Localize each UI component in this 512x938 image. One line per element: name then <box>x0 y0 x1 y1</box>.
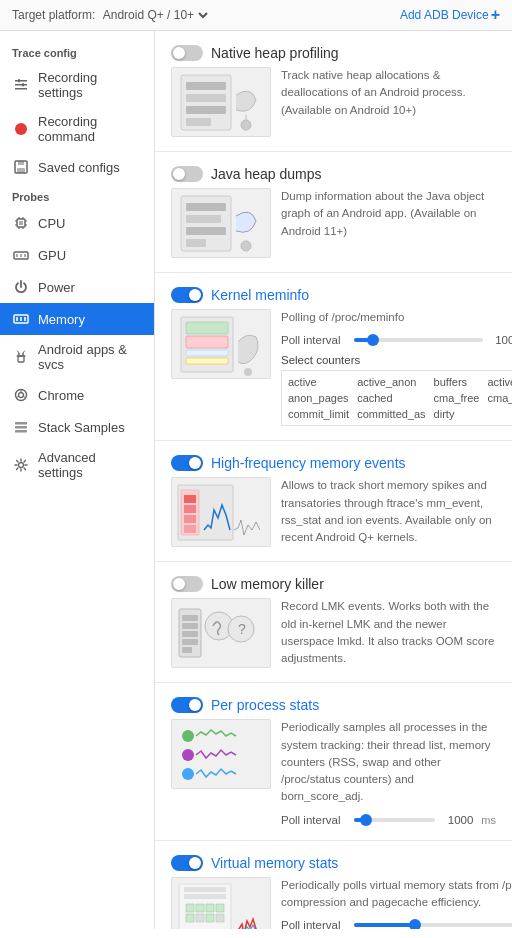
svg-rect-0 <box>15 80 27 82</box>
svg-rect-8 <box>17 168 25 173</box>
counter-active-file[interactable]: active_file <box>485 375 512 389</box>
cpu-label: CPU <box>38 216 65 231</box>
low-memory-desc: Record LMK events. Works both with the o… <box>281 598 496 667</box>
counter-dirty[interactable]: dirty <box>432 407 482 421</box>
counter-committed-as[interactable]: committed_as <box>355 407 427 421</box>
virtual-memory-toggle[interactable] <box>171 855 203 871</box>
java-heap-toggle[interactable] <box>171 166 203 182</box>
svg-rect-46 <box>186 203 226 211</box>
sidebar-item-memory[interactable]: Memory <box>0 303 154 335</box>
trace-config-label: Trace config <box>0 39 154 63</box>
native-heap-title: Native heap profiling <box>211 45 339 61</box>
counters-label-meminfo: Select counters <box>281 354 512 366</box>
poll-label-vmem: Poll interval <box>281 919 346 929</box>
svg-rect-62 <box>184 525 196 533</box>
svg-rect-80 <box>206 904 214 912</box>
svg-rect-25 <box>20 317 22 321</box>
probe-virtual-memory-header: Virtual memory stats <box>171 855 496 871</box>
counter-cached[interactable]: cached <box>355 391 427 405</box>
low-memory-toggle[interactable] <box>171 576 203 592</box>
probes-label: Probes <box>0 183 154 207</box>
svg-rect-3 <box>18 79 20 83</box>
sidebar-item-advanced-settings[interactable]: Advanced settings <box>0 443 154 487</box>
hi-freq-title: High-frequency memory events <box>211 455 406 471</box>
java-heap-desc: Dump information about the Java object g… <box>281 188 496 240</box>
counter-buffers[interactable]: buffers <box>432 375 482 389</box>
counter-cma-free[interactable]: cma_free <box>432 391 482 405</box>
stack-icon <box>12 418 30 436</box>
svg-rect-84 <box>206 914 214 922</box>
native-heap-desc: Track native heap allocations & dealloca… <box>281 67 496 119</box>
probe-per-process-header: Per process stats <box>171 697 496 713</box>
native-heap-image <box>171 67 271 137</box>
platform-select[interactable]: Android Q+ / 10+ Android P / 9 <box>99 7 211 23</box>
kernel-meminfo-title: Kernel meminfo <box>211 287 309 303</box>
counter-anon-pages[interactable]: anon_pages <box>286 391 351 405</box>
probe-low-memory: Low memory killer ? <box>155 562 512 683</box>
record-icon <box>12 120 30 138</box>
svg-rect-24 <box>16 317 18 321</box>
poll-row-per-process: Poll interval 1000 ms <box>281 814 496 826</box>
svg-rect-4 <box>22 83 24 87</box>
add-adb-button[interactable]: Add ADB Device + <box>400 6 500 24</box>
per-process-toggle[interactable] <box>171 697 203 713</box>
svg-rect-41 <box>186 106 226 114</box>
svg-point-30 <box>19 393 24 398</box>
poll-slider-per-process[interactable] <box>354 818 435 822</box>
probe-kernel-meminfo-header: Kernel meminfo <box>171 287 496 303</box>
svg-rect-39 <box>186 82 226 90</box>
svg-rect-55 <box>186 358 228 364</box>
svg-rect-83 <box>196 914 204 922</box>
probe-hi-freq-body: Allows to track short memory spikes and … <box>171 477 496 547</box>
power-label: Power <box>38 280 75 295</box>
sidebar-item-chrome[interactable]: Chrome <box>0 379 154 411</box>
gear-icon <box>12 456 30 474</box>
svg-rect-54 <box>186 350 228 356</box>
svg-rect-49 <box>186 239 206 247</box>
sidebar-item-recording-settings[interactable]: Recording settings <box>0 63 154 107</box>
probe-native-heap: Native heap profiling Track native <box>155 31 512 152</box>
virtual-memory-right: Periodically polls virtual memory stats … <box>281 877 512 930</box>
main-content: Native heap profiling Track native <box>155 31 512 929</box>
recording-command-label: Recording command <box>38 114 142 144</box>
sidebar-item-cpu[interactable]: CPU <box>0 207 154 239</box>
native-heap-toggle[interactable] <box>171 45 203 61</box>
probe-per-process: Per process stats Periodically samples a… <box>155 683 512 840</box>
svg-rect-77 <box>184 894 226 899</box>
sidebar-item-android-apps[interactable]: Android apps & svcs <box>0 335 154 379</box>
sidebar-item-recording-command[interactable]: Recording command <box>0 107 154 151</box>
counter-commit-limit[interactable]: commit_limit <box>286 407 351 421</box>
kernel-meminfo-toggle[interactable] <box>171 287 203 303</box>
poll-slider-meminfo[interactable] <box>354 338 483 342</box>
recording-settings-label: Recording settings <box>38 70 142 100</box>
sidebar-item-stack-samples[interactable]: Stack Samples <box>0 411 154 443</box>
probe-hi-freq-header: High-frequency memory events <box>171 455 496 471</box>
hi-freq-toggle[interactable] <box>171 455 203 471</box>
svg-rect-48 <box>186 227 226 235</box>
counter-cma-total[interactable]: cma_total <box>485 391 512 405</box>
probe-virtual-memory-body: Periodically polls virtual memory stats … <box>171 877 496 930</box>
probe-java-heap-header: Java heap dumps <box>171 166 496 182</box>
poll-label-per-process: Poll interval <box>281 814 346 826</box>
poll-slider-vmem[interactable] <box>354 923 512 927</box>
sidebar-item-saved-configs[interactable]: Saved configs <box>0 151 154 183</box>
counter-active[interactable]: active <box>286 375 351 389</box>
top-bar: Target platform: Android Q+ / 10+ Androi… <box>0 0 512 31</box>
kernel-meminfo-desc: Polling of /proc/meminfo <box>281 309 512 326</box>
counter-active-anon[interactable]: active_anon <box>355 375 427 389</box>
probe-native-heap-body: Track native heap allocations & dealloca… <box>171 67 496 137</box>
kernel-meminfo-image <box>171 309 271 379</box>
chrome-icon <box>12 386 30 404</box>
low-memory-image: ? <box>171 598 271 668</box>
svg-rect-34 <box>15 422 27 425</box>
poll-row-vmem: Poll interval 1000 ms <box>281 919 512 929</box>
sidebar-item-gpu[interactable]: GPU <box>0 239 154 271</box>
svg-rect-47 <box>186 215 221 223</box>
svg-rect-79 <box>196 904 204 912</box>
sidebar-item-power[interactable]: Power <box>0 271 154 303</box>
probe-kernel-meminfo-body: Polling of /proc/meminfo Poll interval 1… <box>171 309 496 426</box>
cpu-icon <box>12 214 30 232</box>
svg-point-50 <box>241 241 251 251</box>
svg-rect-1 <box>15 84 27 86</box>
svg-rect-64 <box>182 615 198 621</box>
